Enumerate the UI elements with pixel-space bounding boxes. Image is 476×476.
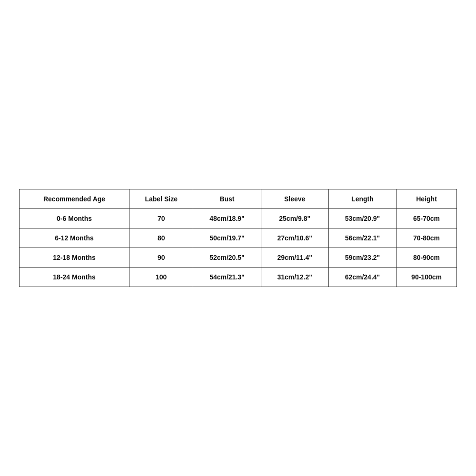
cell-age: 0-6 Months — [20, 209, 129, 228]
table-row: 0-6 Months7048cm/18.9"25cm/9.8"53cm/20.9… — [20, 209, 457, 228]
table-row: 18-24 Months10054cm/21.3"31cm/12.2"62cm/… — [20, 268, 457, 287]
cell-age: 12-18 Months — [20, 248, 129, 268]
cell-sleeve: 27cm/10.6" — [261, 228, 328, 248]
cell-age: 6-12 Months — [20, 228, 129, 248]
col-header-bust: Bust — [193, 189, 261, 209]
col-header-label-size: Label Size — [129, 189, 193, 209]
size-chart-table: Recommended Age Label Size Bust Sleeve L… — [19, 189, 457, 287]
cell-label-size: 70 — [129, 209, 193, 228]
cell-height: 65-70cm — [397, 209, 457, 228]
cell-bust: 48cm/18.9" — [193, 209, 261, 228]
cell-length: 59cm/23.2" — [328, 248, 396, 268]
cell-height: 80-90cm — [397, 248, 457, 268]
cell-bust: 54cm/21.3" — [193, 268, 261, 287]
cell-height: 70-80cm — [397, 228, 457, 248]
cell-bust: 52cm/20.5" — [193, 248, 261, 268]
cell-bust: 50cm/19.7" — [193, 228, 261, 248]
cell-sleeve: 31cm/12.2" — [261, 268, 328, 287]
col-header-sleeve: Sleeve — [261, 189, 328, 209]
cell-label-size: 90 — [129, 248, 193, 268]
table-row: 12-18 Months9052cm/20.5"29cm/11.4"59cm/2… — [20, 248, 457, 268]
size-chart-container: Recommended Age Label Size Bust Sleeve L… — [19, 189, 457, 287]
cell-label-size: 100 — [129, 268, 193, 287]
cell-age: 18-24 Months — [20, 268, 129, 287]
cell-label-size: 80 — [129, 228, 193, 248]
col-header-age: Recommended Age — [20, 189, 129, 209]
cell-length: 56cm/22.1" — [328, 228, 396, 248]
cell-length: 53cm/20.9" — [328, 209, 396, 228]
table-row: 6-12 Months8050cm/19.7"27cm/10.6"56cm/22… — [20, 228, 457, 248]
table-header-row: Recommended Age Label Size Bust Sleeve L… — [20, 189, 457, 209]
cell-height: 90-100cm — [397, 268, 457, 287]
cell-sleeve: 25cm/9.8" — [261, 209, 328, 228]
cell-sleeve: 29cm/11.4" — [261, 248, 328, 268]
cell-length: 62cm/24.4" — [328, 268, 396, 287]
col-header-height: Height — [397, 189, 457, 209]
col-header-length: Length — [328, 189, 396, 209]
